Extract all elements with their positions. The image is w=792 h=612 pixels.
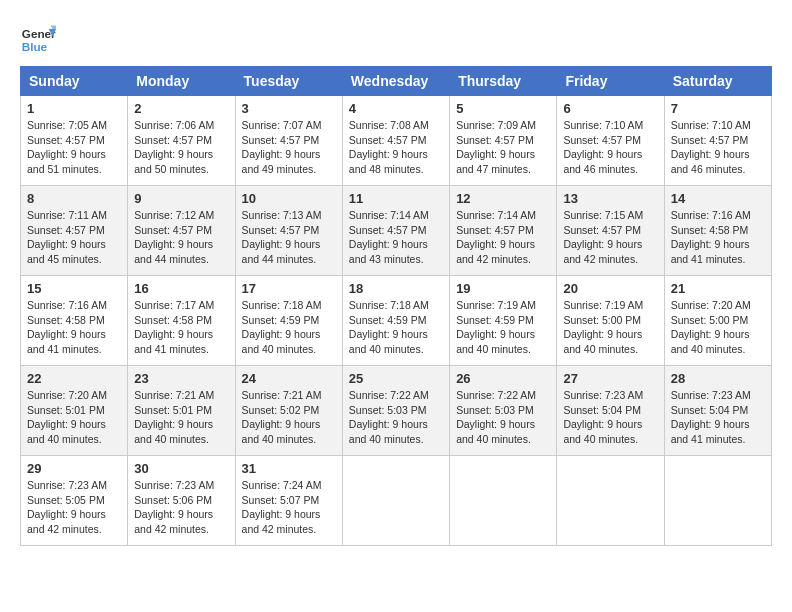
day-cell	[342, 456, 449, 546]
day-number: 15	[27, 281, 121, 296]
day-info: Sunrise: 7:14 AM Sunset: 4:57 PM Dayligh…	[456, 208, 550, 267]
day-number: 27	[563, 371, 657, 386]
day-info: Sunrise: 7:21 AM Sunset: 5:01 PM Dayligh…	[134, 388, 228, 447]
day-cell: 1 Sunrise: 7:05 AM Sunset: 4:57 PM Dayli…	[21, 96, 128, 186]
day-cell: 26 Sunrise: 7:22 AM Sunset: 5:03 PM Dayl…	[450, 366, 557, 456]
day-info: Sunrise: 7:19 AM Sunset: 5:00 PM Dayligh…	[563, 298, 657, 357]
day-info: Sunrise: 7:09 AM Sunset: 4:57 PM Dayligh…	[456, 118, 550, 177]
day-number: 31	[242, 461, 336, 476]
day-cell: 8 Sunrise: 7:11 AM Sunset: 4:57 PM Dayli…	[21, 186, 128, 276]
day-number: 12	[456, 191, 550, 206]
day-number: 24	[242, 371, 336, 386]
day-cell: 13 Sunrise: 7:15 AM Sunset: 4:57 PM Dayl…	[557, 186, 664, 276]
day-info: Sunrise: 7:16 AM Sunset: 4:58 PM Dayligh…	[671, 208, 765, 267]
week-row-2: 8 Sunrise: 7:11 AM Sunset: 4:57 PM Dayli…	[21, 186, 772, 276]
day-cell: 4 Sunrise: 7:08 AM Sunset: 4:57 PM Dayli…	[342, 96, 449, 186]
header-cell-sunday: Sunday	[21, 67, 128, 96]
day-cell: 27 Sunrise: 7:23 AM Sunset: 5:04 PM Dayl…	[557, 366, 664, 456]
header-cell-thursday: Thursday	[450, 67, 557, 96]
day-cell	[450, 456, 557, 546]
day-number: 18	[349, 281, 443, 296]
day-number: 2	[134, 101, 228, 116]
day-number: 21	[671, 281, 765, 296]
day-info: Sunrise: 7:23 AM Sunset: 5:04 PM Dayligh…	[671, 388, 765, 447]
day-cell: 5 Sunrise: 7:09 AM Sunset: 4:57 PM Dayli…	[450, 96, 557, 186]
day-cell	[664, 456, 771, 546]
day-cell: 28 Sunrise: 7:23 AM Sunset: 5:04 PM Dayl…	[664, 366, 771, 456]
day-cell: 14 Sunrise: 7:16 AM Sunset: 4:58 PM Dayl…	[664, 186, 771, 276]
day-info: Sunrise: 7:23 AM Sunset: 5:04 PM Dayligh…	[563, 388, 657, 447]
day-info: Sunrise: 7:23 AM Sunset: 5:05 PM Dayligh…	[27, 478, 121, 537]
day-cell: 25 Sunrise: 7:22 AM Sunset: 5:03 PM Dayl…	[342, 366, 449, 456]
week-row-4: 22 Sunrise: 7:20 AM Sunset: 5:01 PM Dayl…	[21, 366, 772, 456]
day-info: Sunrise: 7:18 AM Sunset: 4:59 PM Dayligh…	[242, 298, 336, 357]
logo-icon: General Blue	[20, 20, 56, 56]
day-info: Sunrise: 7:16 AM Sunset: 4:58 PM Dayligh…	[27, 298, 121, 357]
day-number: 17	[242, 281, 336, 296]
day-info: Sunrise: 7:22 AM Sunset: 5:03 PM Dayligh…	[349, 388, 443, 447]
day-cell: 30 Sunrise: 7:23 AM Sunset: 5:06 PM Dayl…	[128, 456, 235, 546]
day-cell: 17 Sunrise: 7:18 AM Sunset: 4:59 PM Dayl…	[235, 276, 342, 366]
day-number: 29	[27, 461, 121, 476]
day-number: 7	[671, 101, 765, 116]
header-cell-friday: Friday	[557, 67, 664, 96]
day-info: Sunrise: 7:17 AM Sunset: 4:58 PM Dayligh…	[134, 298, 228, 357]
header-row: SundayMondayTuesdayWednesdayThursdayFrid…	[21, 67, 772, 96]
day-info: Sunrise: 7:22 AM Sunset: 5:03 PM Dayligh…	[456, 388, 550, 447]
day-info: Sunrise: 7:14 AM Sunset: 4:57 PM Dayligh…	[349, 208, 443, 267]
day-info: Sunrise: 7:07 AM Sunset: 4:57 PM Dayligh…	[242, 118, 336, 177]
day-info: Sunrise: 7:10 AM Sunset: 4:57 PM Dayligh…	[563, 118, 657, 177]
day-cell: 16 Sunrise: 7:17 AM Sunset: 4:58 PM Dayl…	[128, 276, 235, 366]
day-cell: 3 Sunrise: 7:07 AM Sunset: 4:57 PM Dayli…	[235, 96, 342, 186]
day-info: Sunrise: 7:20 AM Sunset: 5:00 PM Dayligh…	[671, 298, 765, 357]
day-cell: 29 Sunrise: 7:23 AM Sunset: 5:05 PM Dayl…	[21, 456, 128, 546]
day-number: 3	[242, 101, 336, 116]
day-info: Sunrise: 7:19 AM Sunset: 4:59 PM Dayligh…	[456, 298, 550, 357]
day-cell: 12 Sunrise: 7:14 AM Sunset: 4:57 PM Dayl…	[450, 186, 557, 276]
day-cell: 9 Sunrise: 7:12 AM Sunset: 4:57 PM Dayli…	[128, 186, 235, 276]
day-info: Sunrise: 7:11 AM Sunset: 4:57 PM Dayligh…	[27, 208, 121, 267]
day-info: Sunrise: 7:23 AM Sunset: 5:06 PM Dayligh…	[134, 478, 228, 537]
day-cell: 2 Sunrise: 7:06 AM Sunset: 4:57 PM Dayli…	[128, 96, 235, 186]
header-cell-tuesday: Tuesday	[235, 67, 342, 96]
day-number: 9	[134, 191, 228, 206]
day-number: 30	[134, 461, 228, 476]
header: General Blue	[20, 20, 772, 56]
calendar-table: SundayMondayTuesdayWednesdayThursdayFrid…	[20, 66, 772, 546]
day-number: 26	[456, 371, 550, 386]
day-cell: 15 Sunrise: 7:16 AM Sunset: 4:58 PM Dayl…	[21, 276, 128, 366]
day-cell: 23 Sunrise: 7:21 AM Sunset: 5:01 PM Dayl…	[128, 366, 235, 456]
week-row-1: 1 Sunrise: 7:05 AM Sunset: 4:57 PM Dayli…	[21, 96, 772, 186]
day-number: 6	[563, 101, 657, 116]
day-number: 28	[671, 371, 765, 386]
day-info: Sunrise: 7:21 AM Sunset: 5:02 PM Dayligh…	[242, 388, 336, 447]
week-row-5: 29 Sunrise: 7:23 AM Sunset: 5:05 PM Dayl…	[21, 456, 772, 546]
day-cell: 21 Sunrise: 7:20 AM Sunset: 5:00 PM Dayl…	[664, 276, 771, 366]
header-cell-saturday: Saturday	[664, 67, 771, 96]
day-info: Sunrise: 7:13 AM Sunset: 4:57 PM Dayligh…	[242, 208, 336, 267]
day-number: 25	[349, 371, 443, 386]
day-info: Sunrise: 7:05 AM Sunset: 4:57 PM Dayligh…	[27, 118, 121, 177]
day-cell: 6 Sunrise: 7:10 AM Sunset: 4:57 PM Dayli…	[557, 96, 664, 186]
svg-text:General: General	[22, 27, 56, 40]
day-cell: 7 Sunrise: 7:10 AM Sunset: 4:57 PM Dayli…	[664, 96, 771, 186]
day-number: 10	[242, 191, 336, 206]
day-cell: 19 Sunrise: 7:19 AM Sunset: 4:59 PM Dayl…	[450, 276, 557, 366]
day-number: 1	[27, 101, 121, 116]
svg-text:Blue: Blue	[22, 40, 48, 53]
day-info: Sunrise: 7:10 AM Sunset: 4:57 PM Dayligh…	[671, 118, 765, 177]
day-cell: 24 Sunrise: 7:21 AM Sunset: 5:02 PM Dayl…	[235, 366, 342, 456]
day-info: Sunrise: 7:24 AM Sunset: 5:07 PM Dayligh…	[242, 478, 336, 537]
day-number: 11	[349, 191, 443, 206]
day-info: Sunrise: 7:15 AM Sunset: 4:57 PM Dayligh…	[563, 208, 657, 267]
logo: General Blue	[20, 20, 56, 56]
day-number: 4	[349, 101, 443, 116]
day-number: 16	[134, 281, 228, 296]
header-cell-wednesday: Wednesday	[342, 67, 449, 96]
day-number: 14	[671, 191, 765, 206]
day-cell	[557, 456, 664, 546]
week-row-3: 15 Sunrise: 7:16 AM Sunset: 4:58 PM Dayl…	[21, 276, 772, 366]
day-info: Sunrise: 7:12 AM Sunset: 4:57 PM Dayligh…	[134, 208, 228, 267]
day-number: 19	[456, 281, 550, 296]
day-info: Sunrise: 7:20 AM Sunset: 5:01 PM Dayligh…	[27, 388, 121, 447]
